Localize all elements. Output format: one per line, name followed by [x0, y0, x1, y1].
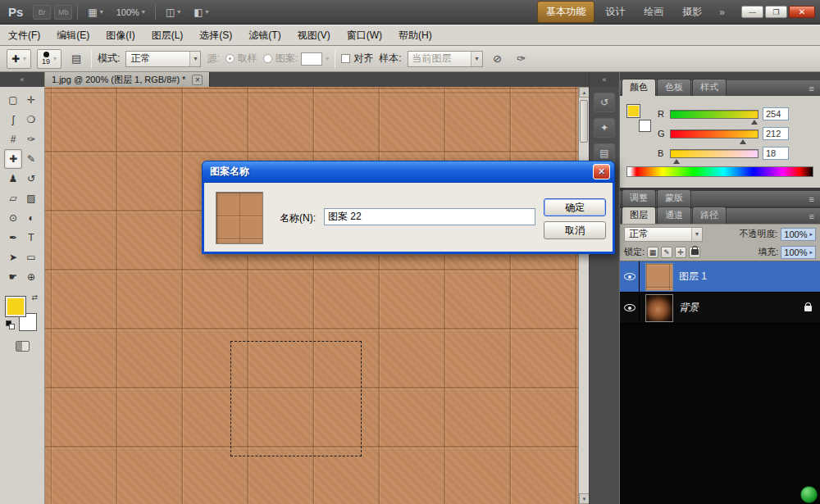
panel-menu-icon[interactable]: ≡ [805, 84, 818, 96]
toggle-brush-panel-icon[interactable]: ▤ [67, 50, 85, 68]
blue-slider[interactable] [670, 149, 758, 158]
workspace-essentials[interactable]: 基本功能 [537, 1, 594, 23]
layer-name[interactable]: 图层 1 [679, 270, 820, 284]
tab-styles[interactable]: 样式 [692, 79, 727, 96]
history-brush-tool[interactable]: ↺ [22, 169, 40, 188]
pattern-name-input[interactable] [324, 208, 535, 225]
pen-tool[interactable]: ✒ [4, 228, 22, 247]
tablet-pressure-icon[interactable]: ✑ [512, 50, 531, 68]
layer-visibility-toggle[interactable] [620, 261, 640, 292]
layer-thumbnail[interactable] [645, 294, 673, 322]
sample-dropdown[interactable]: 当前图层 ▾ [408, 51, 483, 67]
lock-all-icon[interactable] [689, 247, 700, 258]
tab-layers[interactable]: 图层 [622, 207, 656, 224]
tab-swatches[interactable]: 色板 [657, 79, 691, 96]
red-value-field[interactable]: 254 [763, 107, 789, 120]
tab-paths[interactable]: 路径 [692, 207, 727, 224]
bridge-launch-icon[interactable]: Br [33, 5, 51, 20]
mini-bridge-icon[interactable]: Mb [54, 5, 72, 20]
layer-row-background[interactable]: 背景 [620, 293, 820, 324]
workspace-painting[interactable]: 绘画 [636, 2, 672, 22]
brush-tool[interactable]: ✎ [22, 149, 40, 169]
dodge-tool[interactable]: ◐ [22, 208, 40, 228]
foreground-color-swatch[interactable] [6, 297, 25, 316]
zoom-level-button[interactable]: 100% ▾ [112, 6, 150, 19]
menu-image[interactable]: 图像(I) [98, 25, 143, 47]
crop-tool[interactable]: # [4, 129, 22, 149]
menu-file[interactable]: 文件(F) [0, 25, 48, 47]
lock-position-icon[interactable]: ✛ [675, 247, 686, 258]
ignore-adjustment-layers-icon[interactable]: ⊘ [489, 50, 507, 68]
close-button[interactable]: ✕ [789, 6, 815, 18]
menu-view[interactable]: 视图(V) [289, 25, 339, 47]
source-sampled-option[interactable]: 取样 [226, 52, 257, 66]
quick-mask-icon[interactable] [16, 341, 30, 352]
tab-adjustments[interactable]: 调整 [622, 189, 656, 207]
foreground-color-swatch[interactable] [626, 104, 640, 118]
workspace-photography[interactable]: 摄影 [674, 2, 710, 22]
document-close-icon[interactable]: × [192, 75, 203, 85]
tab-color[interactable]: 颜色 [622, 79, 656, 96]
hand-tool[interactable]: ☛ [4, 267, 22, 287]
pattern-swatch[interactable] [301, 52, 322, 66]
green-slider-thumb[interactable] [740, 136, 746, 144]
lock-image-pixels-icon[interactable]: ✎ [661, 247, 672, 258]
rectangular-marquee-tool[interactable]: ▢ [4, 90, 22, 110]
dialog-close-button[interactable]: ✕ [593, 164, 610, 179]
blur-tool[interactable]: ⊙ [4, 208, 22, 228]
red-slider-thumb[interactable] [751, 116, 758, 125]
zoom-tool[interactable]: ⊕ [22, 267, 40, 287]
quick-selection-tool[interactable]: ❍ [22, 110, 40, 129]
styles-panel-icon[interactable]: ✦ [594, 118, 615, 138]
path-selection-tool[interactable]: ➤ [4, 247, 22, 267]
arrange-documents-button[interactable]: ◫ ▾ [161, 5, 185, 20]
tool-preset-picker[interactable]: ✚ ▾ [7, 49, 31, 69]
screen-mode-button[interactable]: ◧ ▾ [189, 5, 213, 20]
healing-brush-tool[interactable]: ✚ [4, 149, 22, 169]
clone-stamp-tool[interactable]: ♟ [4, 169, 22, 188]
canvas[interactable] [45, 87, 578, 504]
layer-visibility-toggle[interactable] [620, 293, 640, 323]
blue-slider-thumb[interactable] [673, 156, 680, 164]
tab-channels[interactable]: 通道 [657, 207, 691, 224]
history-panel-icon[interactable]: ↺ [594, 93, 615, 112]
expand-dock-button[interactable]: « [590, 72, 619, 87]
tab-masks[interactable]: 蒙版 [657, 189, 691, 207]
green-value-field[interactable]: 212 [763, 127, 789, 140]
background-color-swatch[interactable] [639, 120, 651, 132]
source-pattern-option[interactable]: 图案: ▾ [263, 52, 329, 66]
default-colors-icon[interactable] [6, 320, 16, 331]
color-spectrum-ramp[interactable] [626, 166, 813, 177]
blend-mode-dropdown[interactable]: 正常 ▾ [125, 51, 201, 67]
brush-preset-picker[interactable]: 19 ▾ [37, 49, 61, 69]
aligned-checkbox[interactable] [341, 54, 350, 63]
lasso-tool[interactable]: ʃ [4, 110, 22, 129]
green-slider[interactable] [670, 129, 758, 138]
lock-transparent-pixels-icon[interactable]: ▦ [647, 247, 658, 258]
more-workspaces-chevron[interactable]: » [713, 7, 731, 18]
eyedropper-tool[interactable]: ✑ [22, 129, 40, 149]
cancel-button[interactable]: 取消 [544, 221, 606, 239]
tools-panel-header[interactable]: « [0, 72, 44, 87]
panel-menu-icon[interactable]: ≡ [805, 211, 818, 224]
aligned-option[interactable]: 对齐 [341, 52, 373, 66]
layer-name[interactable]: 背景 [679, 301, 804, 315]
dialog-title-bar[interactable]: 图案名称 ✕ [202, 161, 615, 182]
selection-marquee[interactable] [230, 341, 362, 456]
menu-layer[interactable]: 图层(L) [144, 25, 192, 47]
menu-edit[interactable]: 编辑(E) [48, 25, 98, 47]
layer-row-layer-1[interactable]: 图层 1 [620, 261, 820, 293]
document-tab[interactable]: 1.jpg @ 200% (图层 1, RGB/8#) * × [45, 72, 210, 87]
minimize-button[interactable]: — [741, 6, 763, 18]
move-tool[interactable]: ✛ [22, 90, 40, 110]
eraser-tool[interactable]: ▱ [4, 188, 22, 208]
layer-thumbnail[interactable] [645, 263, 673, 291]
menu-help[interactable]: 帮助(H) [390, 25, 440, 47]
swap-colors-icon[interactable]: ⇄ [31, 293, 38, 302]
restore-button[interactable]: ❐ [765, 6, 787, 18]
view-extras-button[interactable]: ▦ ▾ [83, 5, 107, 20]
scrollbar-thumb[interactable] [580, 100, 588, 143]
blue-value-field[interactable]: 18 [763, 147, 789, 160]
workspace-design[interactable]: 设计 [597, 2, 633, 22]
menu-window[interactable]: 窗口(W) [339, 25, 390, 47]
